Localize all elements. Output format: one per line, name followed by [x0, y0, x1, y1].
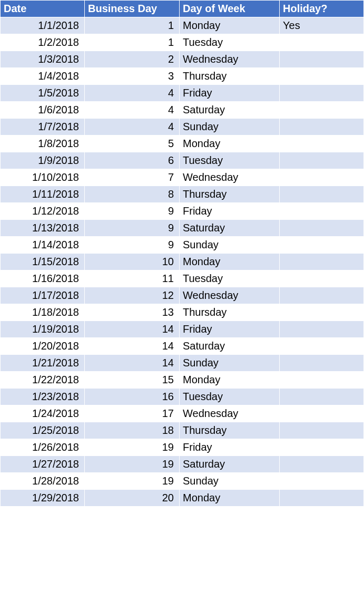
cell-business-day: 13 — [85, 304, 180, 321]
cell-day-of-week: Friday — [180, 321, 280, 338]
table-row: 1/29/201820Monday — [1, 490, 364, 507]
cell-holiday — [280, 203, 364, 220]
cell-business-day: 9 — [85, 203, 180, 220]
table-row: 1/2/20181Tuesday — [1, 34, 364, 51]
header-holiday: Holiday? — [280, 1, 364, 17]
cell-business-day: 4 — [85, 102, 180, 119]
cell-date: 1/5/2018 — [1, 85, 85, 102]
cell-business-day: 16 — [85, 389, 180, 405]
cell-date: 1/13/2018 — [1, 220, 85, 237]
header-business-day: Business Day — [85, 1, 180, 17]
table-header-row: Date Business Day Day of Week Holiday? — [1, 1, 364, 17]
cell-day-of-week: Monday — [180, 17, 280, 34]
cell-holiday: Yes — [280, 17, 364, 34]
cell-holiday — [280, 456, 364, 473]
cell-business-day: 3 — [85, 68, 180, 85]
cell-date: 1/23/2018 — [1, 389, 85, 405]
table-row: 1/27/201819Saturday — [1, 456, 364, 473]
cell-day-of-week: Sunday — [180, 237, 280, 254]
table-row: 1/26/201819Friday — [1, 439, 364, 456]
cell-holiday — [280, 304, 364, 321]
cell-business-day: 1 — [85, 17, 180, 34]
cell-day-of-week: Wednesday — [180, 287, 280, 304]
cell-holiday — [280, 186, 364, 203]
cell-holiday — [280, 169, 364, 186]
table-row: 1/28/201819Sunday — [1, 473, 364, 490]
cell-business-day: 11 — [85, 270, 180, 287]
cell-business-day: 6 — [85, 152, 180, 169]
cell-date: 1/25/2018 — [1, 422, 85, 439]
cell-business-day: 1 — [85, 34, 180, 51]
table-row: 1/5/20184Friday — [1, 85, 364, 102]
table-row: 1/7/20184Sunday — [1, 119, 364, 135]
cell-day-of-week: Sunday — [180, 119, 280, 135]
cell-day-of-week: Sunday — [180, 355, 280, 372]
cell-business-day: 7 — [85, 169, 180, 186]
table-row: 1/25/201818Thursday — [1, 422, 364, 439]
cell-date: 1/26/2018 — [1, 439, 85, 456]
table-body: 1/1/20181MondayYes1/2/20181Tuesday1/3/20… — [1, 17, 364, 507]
cell-holiday — [280, 119, 364, 135]
header-day-of-week: Day of Week — [180, 1, 280, 17]
cell-day-of-week: Thursday — [180, 304, 280, 321]
cell-business-day: 19 — [85, 456, 180, 473]
cell-date: 1/19/2018 — [1, 321, 85, 338]
cell-holiday — [280, 389, 364, 405]
cell-date: 1/16/2018 — [1, 270, 85, 287]
cell-date: 1/22/2018 — [1, 372, 85, 389]
cell-day-of-week: Friday — [180, 203, 280, 220]
cell-date: 1/2/2018 — [1, 34, 85, 51]
business-day-table: Date Business Day Day of Week Holiday? 1… — [0, 0, 364, 507]
header-date: Date — [1, 1, 85, 17]
cell-business-day: 17 — [85, 405, 180, 422]
table-row: 1/17/201812Wednesday — [1, 287, 364, 304]
cell-business-day: 19 — [85, 473, 180, 490]
cell-holiday — [280, 473, 364, 490]
cell-date: 1/18/2018 — [1, 304, 85, 321]
cell-day-of-week: Wednesday — [180, 405, 280, 422]
cell-day-of-week: Thursday — [180, 186, 280, 203]
cell-holiday — [280, 102, 364, 119]
cell-day-of-week: Sunday — [180, 473, 280, 490]
cell-date: 1/14/2018 — [1, 237, 85, 254]
cell-business-day: 19 — [85, 439, 180, 456]
cell-date: 1/21/2018 — [1, 355, 85, 372]
cell-date: 1/24/2018 — [1, 405, 85, 422]
table-row: 1/8/20185Monday — [1, 135, 364, 152]
cell-holiday — [280, 152, 364, 169]
table-row: 1/3/20182Wednesday — [1, 51, 364, 68]
table-row: 1/12/20189Friday — [1, 203, 364, 220]
table-row: 1/19/201814Friday — [1, 321, 364, 338]
cell-day-of-week: Tuesday — [180, 34, 280, 51]
table-row: 1/15/201810Monday — [1, 254, 364, 270]
cell-business-day: 5 — [85, 135, 180, 152]
cell-holiday — [280, 321, 364, 338]
cell-business-day: 12 — [85, 287, 180, 304]
cell-business-day: 4 — [85, 85, 180, 102]
cell-business-day: 10 — [85, 254, 180, 270]
cell-day-of-week: Saturday — [180, 102, 280, 119]
table-row: 1/21/201814Sunday — [1, 355, 364, 372]
cell-holiday — [280, 34, 364, 51]
cell-holiday — [280, 85, 364, 102]
cell-date: 1/15/2018 — [1, 254, 85, 270]
cell-business-day: 4 — [85, 119, 180, 135]
cell-holiday — [280, 287, 364, 304]
cell-date: 1/3/2018 — [1, 51, 85, 68]
table-row: 1/22/201815Monday — [1, 372, 364, 389]
cell-date: 1/28/2018 — [1, 473, 85, 490]
table-row: 1/13/20189Saturday — [1, 220, 364, 237]
cell-holiday — [280, 254, 364, 270]
table-row: 1/24/201817Wednesday — [1, 405, 364, 422]
table-row: 1/4/20183Thursday — [1, 68, 364, 85]
cell-holiday — [280, 270, 364, 287]
cell-day-of-week: Monday — [180, 254, 280, 270]
cell-day-of-week: Saturday — [180, 220, 280, 237]
table-row: 1/14/20189Sunday — [1, 237, 364, 254]
cell-holiday — [280, 220, 364, 237]
cell-date: 1/12/2018 — [1, 203, 85, 220]
table-row: 1/11/20188Thursday — [1, 186, 364, 203]
cell-date: 1/17/2018 — [1, 287, 85, 304]
cell-holiday — [280, 355, 364, 372]
cell-day-of-week: Monday — [180, 490, 280, 507]
